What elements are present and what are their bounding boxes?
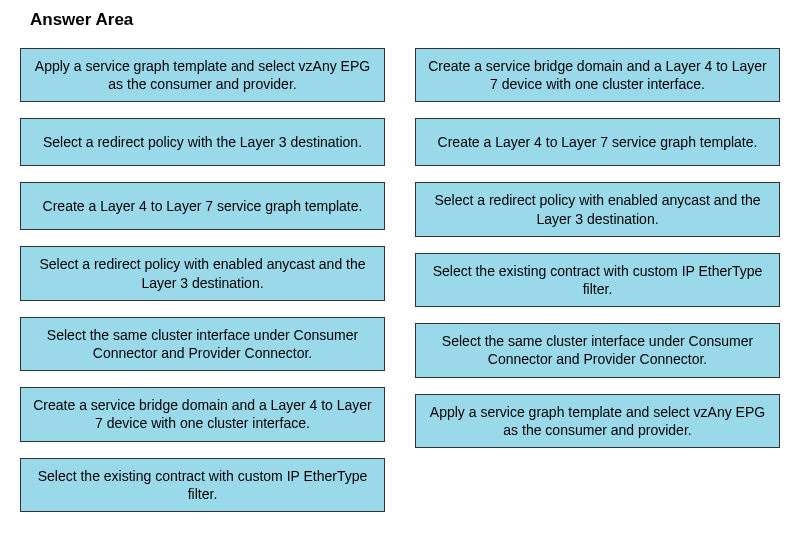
- draggable-item[interactable]: Select the existing contract with custom…: [20, 458, 385, 512]
- draggable-item[interactable]: Create a service bridge domain and a Lay…: [20, 387, 385, 441]
- draggable-item[interactable]: Apply a service graph template and selec…: [20, 48, 385, 102]
- draggable-item[interactable]: Select a redirect policy with the Layer …: [20, 118, 385, 166]
- right-column: Create a service bridge domain and a Lay…: [415, 48, 780, 512]
- draggable-item[interactable]: Create a service bridge domain and a Lay…: [415, 48, 780, 102]
- draggable-item[interactable]: Select the same cluster interface under …: [415, 323, 780, 377]
- draggable-item[interactable]: Select the existing contract with custom…: [415, 253, 780, 307]
- left-column: Apply a service graph template and selec…: [20, 48, 385, 512]
- answer-area-columns: Apply a service graph template and selec…: [20, 48, 781, 512]
- section-title: Answer Area: [30, 10, 781, 30]
- draggable-item[interactable]: Apply a service graph template and selec…: [415, 394, 780, 448]
- draggable-item[interactable]: Select the same cluster interface under …: [20, 317, 385, 371]
- draggable-item[interactable]: Create a Layer 4 to Layer 7 service grap…: [415, 118, 780, 166]
- draggable-item[interactable]: Select a redirect policy with enabled an…: [415, 182, 780, 236]
- draggable-item[interactable]: Create a Layer 4 to Layer 7 service grap…: [20, 182, 385, 230]
- draggable-item[interactable]: Select a redirect policy with enabled an…: [20, 246, 385, 300]
